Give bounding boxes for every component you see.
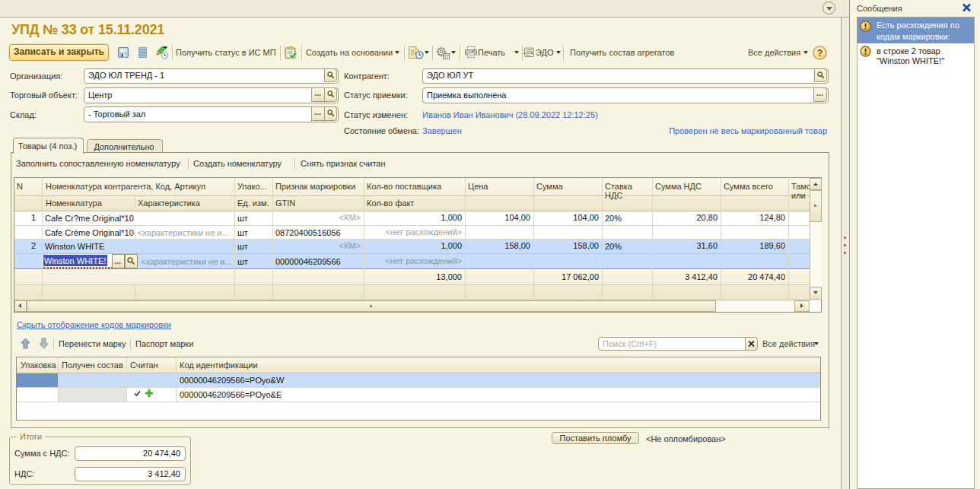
- svg-text:?: ?: [817, 48, 822, 59]
